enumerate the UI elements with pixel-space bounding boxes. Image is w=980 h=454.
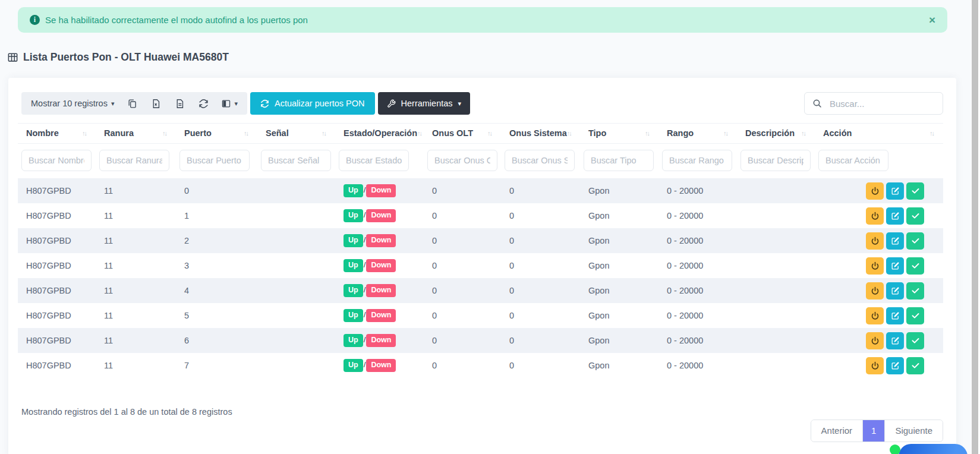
- sort-icon[interactable]: ↑↓: [487, 130, 495, 137]
- sort-icon[interactable]: ↑↓: [567, 130, 575, 137]
- table-body: H807GPBD110Up/Down00Gpon0 - 20000H807GPB…: [18, 178, 943, 378]
- column-header-onus-olt[interactable]: Onus OLT↑↓: [424, 124, 501, 144]
- power-toggle-button[interactable]: [866, 282, 884, 299]
- column-header-se-al[interactable]: Señal↑↓: [257, 124, 335, 144]
- confirm-button[interactable]: [906, 307, 924, 324]
- cell-descripcion: [737, 303, 815, 328]
- sort-icon[interactable]: ↑↓: [723, 130, 731, 137]
- reload-button[interactable]: [197, 97, 209, 109]
- column-filter-input-tipo[interactable]: [584, 150, 654, 171]
- table-row: H807GPBD110Up/Down00Gpon0 - 20000: [18, 178, 943, 203]
- power-toggle-button[interactable]: [866, 182, 884, 200]
- cell-rango: 0 - 20000: [658, 278, 737, 303]
- copy-icon: [127, 99, 137, 109]
- column-header-ranura[interactable]: Ranura↑↓: [96, 124, 176, 144]
- column-header-estado-operaci-n[interactable]: Estado/Operación↑↓: [335, 124, 424, 144]
- confirm-button[interactable]: [906, 332, 924, 349]
- close-icon[interactable]: ×: [929, 14, 935, 26]
- update-pon-ports-button[interactable]: Actualizar puertos PON: [250, 92, 375, 115]
- confirm-button[interactable]: [906, 282, 924, 299]
- sort-icon[interactable]: ↑↓: [417, 130, 424, 137]
- edit-button[interactable]: [886, 332, 904, 349]
- cell-onus-olt: 0: [424, 328, 501, 353]
- column-filter-input-ranura[interactable]: [99, 150, 169, 171]
- column-header-puerto[interactable]: Puerto↑↓: [176, 124, 257, 144]
- edit-button[interactable]: [886, 282, 904, 299]
- confirm-button[interactable]: [906, 357, 924, 374]
- cell-puerto: 5: [176, 303, 257, 328]
- confirm-button[interactable]: [906, 257, 924, 275]
- copy-button[interactable]: [126, 97, 138, 109]
- power-toggle-button[interactable]: [866, 332, 884, 349]
- search-input[interactable]: [828, 98, 935, 109]
- file-export-button[interactable]: [174, 97, 185, 109]
- status-down-badge: Down: [366, 309, 396, 321]
- page-length-select[interactable]: Mostrar 10 registros ▾: [31, 99, 114, 108]
- power-toggle-button[interactable]: [866, 357, 884, 374]
- column-filter-input-onus-sistema[interactable]: [505, 150, 575, 171]
- column-filter-input-puerto[interactable]: [179, 150, 250, 171]
- cell-tipo: Gpon: [580, 253, 658, 278]
- cell-nombre: H807GPBD: [18, 328, 96, 353]
- sort-icon[interactable]: ↑↓: [322, 130, 329, 137]
- edit-button[interactable]: [886, 307, 904, 324]
- column-header-nombre[interactable]: Nombre↑↓: [18, 124, 96, 144]
- column-header-tipo[interactable]: Tipo↑↓: [580, 124, 658, 144]
- edit-button[interactable]: [886, 232, 904, 250]
- column-header-onus-sistema[interactable]: Onus Sistema↑↓: [501, 124, 580, 144]
- edit-button[interactable]: [886, 182, 904, 200]
- power-toggle-button[interactable]: [866, 232, 884, 250]
- table-row: H807GPBD117Up/Down00Gpon0 - 20000: [18, 353, 943, 378]
- pagination-page-1[interactable]: 1: [863, 420, 884, 442]
- sort-icon[interactable]: ↑↓: [645, 130, 653, 137]
- page-scrollbar[interactable]: [971, 0, 980, 454]
- pagination-next[interactable]: Siguiente: [884, 420, 943, 442]
- power-icon: [871, 261, 880, 270]
- toolbar-button-group: Mostrar 10 registros ▾: [21, 92, 247, 115]
- edit-button[interactable]: [886, 357, 904, 374]
- power-toggle-button[interactable]: [866, 307, 884, 324]
- column-label: Ranura: [104, 128, 134, 138]
- cell-nombre: H807GPBD: [18, 203, 96, 228]
- sort-icon[interactable]: ↑↓: [929, 130, 937, 137]
- sort-icon[interactable]: ↑↓: [801, 130, 809, 137]
- excel-export-button[interactable]: [150, 97, 162, 109]
- column-filter-input-descripci-n[interactable]: [740, 150, 811, 171]
- column-header-descripci-n[interactable]: Descripción↑↓: [737, 124, 815, 144]
- column-filter-input-acci-n[interactable]: [818, 150, 888, 171]
- column-filter-input-onus-olt[interactable]: [427, 150, 497, 171]
- cell-senal: [257, 253, 335, 278]
- scrollbar-thumb[interactable]: [972, 0, 978, 454]
- sort-icon[interactable]: ↑↓: [82, 130, 90, 137]
- cell-rango: 0 - 20000: [658, 203, 737, 228]
- column-filter-input-rango[interactable]: [662, 150, 732, 171]
- power-toggle-button[interactable]: [866, 257, 884, 275]
- column-header-acci-n[interactable]: Acción↑↓: [815, 124, 943, 144]
- table-row: H807GPBD113Up/Down00Gpon0 - 20000: [18, 253, 943, 278]
- confirm-button[interactable]: [906, 182, 924, 200]
- edit-button[interactable]: [886, 257, 904, 275]
- power-toggle-button[interactable]: [866, 207, 884, 225]
- confirm-button[interactable]: [906, 232, 924, 250]
- status-up-badge: Up: [344, 234, 363, 247]
- cell-onus-olt: 0: [424, 203, 501, 228]
- info-circle-icon: i: [30, 15, 40, 25]
- sort-icon[interactable]: ↑↓: [162, 130, 170, 137]
- pagination-previous[interactable]: Anterior: [811, 420, 864, 442]
- sort-icon[interactable]: ↑↓: [244, 130, 251, 137]
- column-filter-input-se-al[interactable]: [261, 150, 331, 171]
- column-header-rango[interactable]: Rango↑↓: [658, 124, 737, 144]
- cell-ranura: 11: [96, 353, 176, 378]
- confirm-button[interactable]: [906, 207, 924, 225]
- power-icon: [871, 336, 880, 345]
- cell-estado-operacion: Up/Down: [335, 328, 424, 353]
- edit-button[interactable]: [886, 207, 904, 225]
- column-filter-input-nombre[interactable]: [21, 150, 92, 171]
- tools-dropdown-button[interactable]: Herramientas ▾: [378, 92, 471, 115]
- cell-tipo: Gpon: [580, 303, 658, 328]
- cell-descripcion: [737, 178, 815, 203]
- column-visibility-button[interactable]: ▾: [221, 99, 238, 109]
- chat-widget[interactable]: [899, 444, 968, 454]
- column-filter-input-estado-operaci-n[interactable]: [339, 150, 409, 171]
- cell-estado-operacion: Up/Down: [335, 303, 424, 328]
